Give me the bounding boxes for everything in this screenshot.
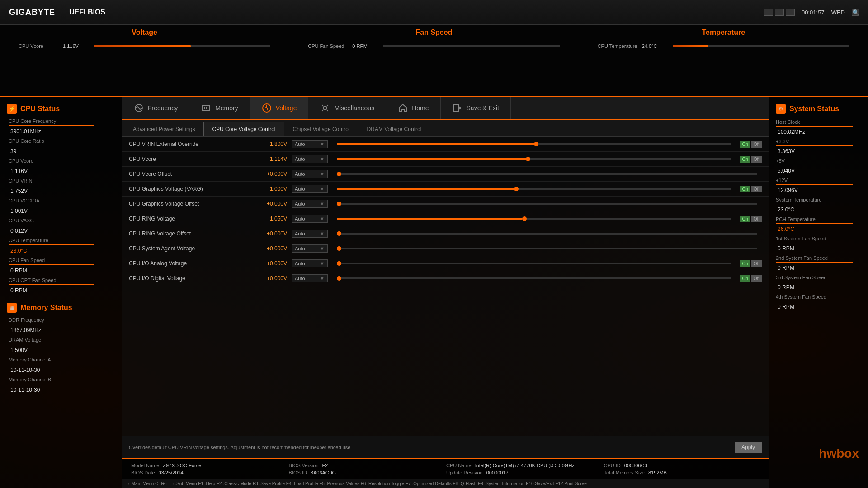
sidebar-cpu-vcore-value: 1.116V <box>9 168 115 174</box>
vaxg-dropdown[interactable]: Auto ▼ <box>292 185 328 193</box>
chevron-down-icon-8: ▼ <box>320 246 325 251</box>
sidebar-cpu-ratio-value: 39 <box>9 148 115 155</box>
io-digital-toggle[interactable]: On Off <box>740 275 762 282</box>
vcore-dropdown[interactable]: Auto ▼ <box>292 155 328 163</box>
sidebar-ddr-freq-label: DDR Frequency <box>9 317 115 323</box>
toggle-off-btn[interactable]: Off <box>751 141 762 148</box>
sidebar-divider-9 <box>9 284 94 285</box>
sub-tab-chipset-voltage[interactable]: Chipset Voltage Control <box>284 122 359 136</box>
vcore-slider[interactable] <box>337 158 731 160</box>
tab-home[interactable]: Home <box>386 97 440 119</box>
sub-tab-dram-voltage[interactable]: DRAM Voltage Control <box>359 122 430 136</box>
rs-fan2-value: 0 RPM <box>776 265 861 271</box>
system-agent-dropdown[interactable]: Auto ▼ <box>292 244 328 253</box>
vcore-offset-slider[interactable] <box>337 173 757 175</box>
io-analog-toggle-on[interactable]: On <box>740 260 750 267</box>
grid-icon[interactable] <box>764 9 773 16</box>
rs-divider-6 <box>776 223 853 224</box>
sidebar-cpu-vrin-label: CPU VRIN <box>9 178 115 183</box>
io-analog-dropdown[interactable]: Auto ▼ <box>292 259 328 267</box>
vaxg-slider[interactable] <box>337 188 731 190</box>
io-analog-toggle[interactable]: On Off <box>740 260 762 267</box>
rs-fan1-label: 1st System Fan Speed <box>776 236 861 241</box>
tab-save-exit[interactable]: Save & Exit <box>441 97 511 119</box>
vcore-toggle-on[interactable]: On <box>740 156 750 163</box>
home-icon <box>397 103 408 113</box>
apply-button[interactable]: Apply <box>735 442 762 453</box>
system-agent-slider[interactable] <box>337 248 757 249</box>
setting-io-digital: CPU I/O Digital Voltage +0.000V Auto ▼ O… <box>122 271 769 286</box>
cpu-fan-bar-row: CPU Fan Speed 0 RPM <box>308 43 560 49</box>
rs-pch-temp: PCH Temperature 26.0°C <box>776 216 861 232</box>
sidebar-cpu-ratio: CPU Core Ratio 39 <box>7 138 115 155</box>
sidebar-divider-7 <box>9 244 94 245</box>
sidebar-divider-3 <box>9 165 94 165</box>
rs-5v-label: +5V <box>776 158 861 164</box>
rs-fan1-value: 0 RPM <box>776 245 861 252</box>
vrin-external-dropdown[interactable]: Auto ▼ <box>292 140 328 148</box>
bios-id-label: BIOS ID <box>289 470 307 475</box>
ring-toggle-on[interactable]: On <box>740 216 750 222</box>
content-area: ⚡ CPU Status CPU Core Frequency 3901.01M… <box>0 97 868 488</box>
sidebar-mem-ch-b: Memory Channel B 10-11-10-30 <box>7 377 115 393</box>
ring-voltage-toggle[interactable]: On Off <box>740 216 762 222</box>
vrin-external-name: CPU VRIN External Override <box>129 141 246 147</box>
io-digital-toggle-on[interactable]: On <box>740 275 750 282</box>
sidebar-mem-ch-a: Memory Channel A 10-11-10-30 <box>7 357 115 373</box>
setting-io-analog: CPU I/O Analog Voltage +0.000V Auto ▼ On… <box>122 256 769 271</box>
rs-sys-temp-value: 23.0°C <box>776 206 861 213</box>
rs-divider-9 <box>776 282 853 282</box>
io-digital-dropdown[interactable]: Auto ▼ <box>292 274 328 282</box>
search-icon[interactable]: 🔍 <box>852 9 859 16</box>
sidebar-divider-6 <box>9 225 94 225</box>
io-analog-slider[interactable] <box>337 263 731 264</box>
cpu-icon: ⚡ <box>7 104 17 114</box>
tab-memory[interactable]: Memory <box>189 97 250 119</box>
rs-fan4-value: 0 RPM <box>776 304 861 310</box>
toggle-on-btn[interactable]: On <box>740 141 750 148</box>
ring-offset-dropdown[interactable]: Auto ▼ <box>292 230 328 238</box>
vaxg-offset-dropdown[interactable]: Auto ▼ <box>292 200 328 208</box>
ring-voltage-value: 1.050V <box>251 216 287 222</box>
rs-12v-value: 12.096V <box>776 187 861 193</box>
bios-version-row: BIOS Version F2 <box>289 463 445 468</box>
cpu-fan-label: CPU Fan Speed <box>308 43 349 49</box>
vcore-toggle-off[interactable]: Off <box>751 156 762 163</box>
misc-icon <box>320 103 330 113</box>
status-description: Overrides default CPU VRIN voltage setti… <box>122 436 769 458</box>
ring-voltage-dropdown[interactable]: Auto ▼ <box>292 215 328 223</box>
sidebar-cpu-vrin-value: 1.752V <box>9 188 115 194</box>
rs-3v3-value: 3.363V <box>776 148 861 155</box>
tab-misc[interactable]: Miscellaneous <box>308 97 386 119</box>
ring-offset-slider[interactable] <box>337 233 757 235</box>
sidebar-cpu-opt-fan: CPU OPT Fan Speed 0 RPM <box>7 277 115 294</box>
rs-pch-temp-value: 26.0°C <box>776 226 861 232</box>
tab-voltage[interactable]: Voltage <box>250 97 309 120</box>
header-icons <box>764 9 795 16</box>
vrin-external-toggle[interactable]: On Off <box>740 141 762 148</box>
sub-tab-advanced-power[interactable]: Advanced Power Settings <box>124 122 203 136</box>
vrin-external-slider[interactable] <box>337 143 731 145</box>
io-digital-toggle-off[interactable]: Off <box>751 275 762 282</box>
rs-divider-1 <box>776 126 853 127</box>
total-memory-value: 8192MB <box>648 470 667 475</box>
sidebar-divider-12 <box>9 364 94 364</box>
io-digital-slider[interactable] <box>337 277 731 279</box>
setting-ring-offset: CPU RING Voltage Offset +0.000V Auto ▼ <box>122 226 769 241</box>
tab-frequency[interactable]: Frequency <box>122 97 189 119</box>
vcore-offset-dropdown[interactable]: Auto ▼ <box>292 170 328 178</box>
vcore-toggle[interactable]: On Off <box>740 156 762 163</box>
ring-toggle-off[interactable]: Off <box>751 216 762 222</box>
fan-speed-title: Fan Speed <box>416 28 453 37</box>
ring-voltage-slider[interactable] <box>337 218 731 220</box>
vcore-value: 1.114V <box>251 156 287 162</box>
vaxg-offset-slider[interactable] <box>337 203 757 205</box>
sub-tab-cpu-core-voltage[interactable]: CPU Core Voltage Control <box>203 122 284 136</box>
vaxg-toggle[interactable]: On Off <box>740 186 762 192</box>
rs-divider-10 <box>776 301 853 301</box>
io-analog-toggle-off[interactable]: Off <box>751 260 762 267</box>
vaxg-toggle-on[interactable]: On <box>740 186 750 192</box>
grid-icon2[interactable] <box>775 9 784 16</box>
vaxg-toggle-off[interactable]: Off <box>751 186 762 192</box>
monitor-icon[interactable] <box>786 9 795 16</box>
